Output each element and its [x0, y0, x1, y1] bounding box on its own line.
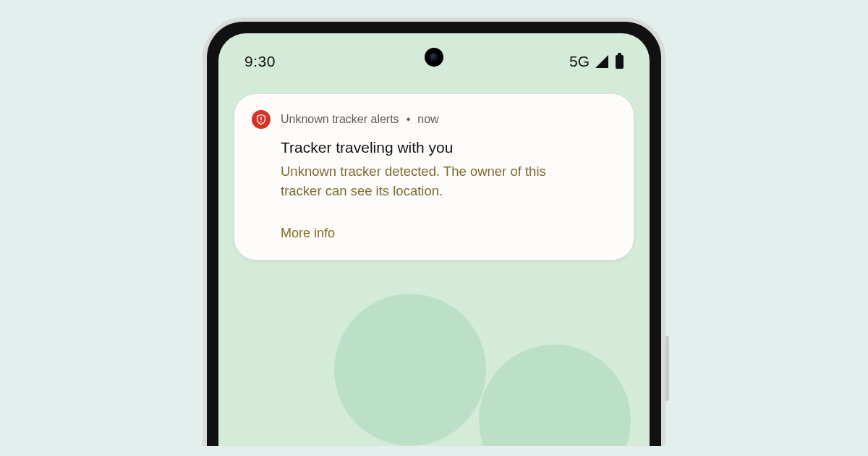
notification-title: Tracker traveling with you: [281, 139, 615, 156]
separator-dot: •: [407, 113, 411, 126]
phone-bezel: 9:30 5G: [207, 22, 661, 446]
network-label: 5G: [569, 53, 590, 70]
status-time: 9:30: [244, 53, 276, 70]
shield-alert-icon: [252, 110, 271, 129]
cellular-signal-icon: [595, 55, 608, 68]
battery-icon: [616, 55, 624, 69]
status-bar: 9:30 5G: [218, 33, 650, 75]
wallpaper-shape: [479, 345, 631, 446]
notification-header: Unknown tracker alerts • now: [252, 110, 615, 129]
notification-time: now: [417, 113, 438, 126]
phone-frame: 9:30 5G: [203, 17, 665, 446]
phone-outer-shell: 9:30 5G: [203, 17, 665, 446]
phone-side-button: [665, 336, 669, 401]
phone-screen: 9:30 5G: [218, 33, 650, 446]
notification-body: Unknown tracker detected. The owner of t…: [281, 162, 584, 201]
front-camera: [425, 48, 443, 67]
status-right-cluster: 5G: [569, 53, 624, 70]
notification-app-name: Unknown tracker alerts: [281, 113, 399, 126]
more-info-button[interactable]: More info: [281, 226, 615, 241]
wallpaper-shape: [334, 294, 486, 446]
svg-point-1: [260, 121, 262, 122]
notification-card[interactable]: Unknown tracker alerts • now Tracker tra…: [234, 94, 634, 260]
